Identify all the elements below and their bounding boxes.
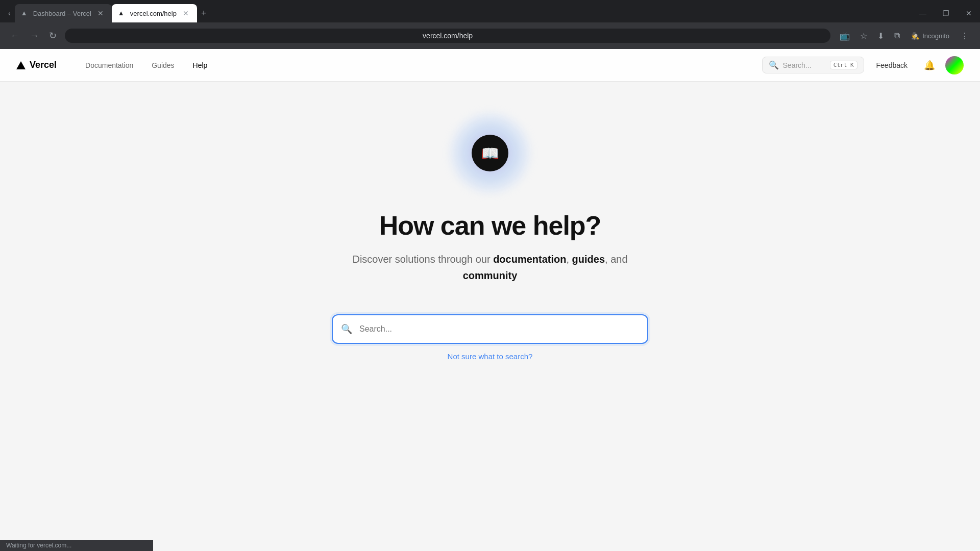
hero-section: 📖 How can we help? Discover solutions th…	[0, 82, 980, 381]
user-avatar[interactable]	[945, 56, 964, 74]
menu-button[interactable]: ⋮	[958, 29, 972, 43]
browser-actions: 📺 ☆ ⬇ ⧉ 🕵 Incognito ⋮	[837, 29, 972, 43]
main-search-container: 🔍	[332, 314, 648, 344]
nav-help[interactable]: Help	[185, 57, 216, 73]
incognito-icon: 🕵	[911, 32, 919, 40]
tab-dashboard-favicon: ▲	[21, 9, 29, 17]
tab-help[interactable]: ▲ vercel.com/help ✕	[112, 4, 197, 22]
tab-dashboard[interactable]: ▲ Dashboard – Vercel ✕	[15, 4, 112, 22]
logo[interactable]: Vercel	[16, 60, 57, 70]
window-maximize[interactable]: ❐	[935, 7, 958, 19]
new-tab-button[interactable]: +	[197, 6, 211, 21]
book-icon: 📖	[481, 145, 499, 162]
incognito-label: Incognito	[922, 32, 949, 40]
status-bar: Waiting for vercel.com...	[0, 540, 153, 551]
subtitle-guides: guides	[572, 254, 605, 265]
tab-dashboard-title: Dashboard – Vercel	[33, 10, 91, 17]
subtitle-prefix: Discover solutions through our	[352, 254, 493, 265]
nav-documentation[interactable]: Documentation	[77, 57, 141, 73]
nav-back[interactable]: ←	[8, 29, 21, 42]
page-content: Vercel Documentation Guides Help 🔍 Searc…	[0, 49, 980, 551]
tab-nav-prev[interactable]: ‹	[4, 7, 15, 19]
hero-icon-circle: 📖	[472, 135, 508, 171]
tab-search-icon[interactable]: ⧉	[891, 29, 903, 42]
bookmark-icon[interactable]: ☆	[857, 29, 870, 43]
header-search-icon: 🔍	[769, 60, 779, 70]
nav-forward[interactable]: →	[28, 29, 41, 42]
tab-bar: ‹ ▲ Dashboard – Vercel ✕ ▲ vercel.com/he…	[0, 0, 980, 22]
subtitle-community: community	[463, 270, 518, 281]
tab-help-title: vercel.com/help	[130, 10, 177, 17]
browser-chrome: ‹ ▲ Dashboard – Vercel ✕ ▲ vercel.com/he…	[0, 0, 980, 49]
subtitle-and: , and	[605, 254, 627, 265]
tab-help-favicon: ▲	[118, 9, 126, 17]
cast-icon[interactable]: 📺	[837, 29, 853, 43]
url-input[interactable]	[65, 29, 830, 43]
site-nav: Documentation Guides Help	[77, 57, 762, 73]
nav-guides[interactable]: Guides	[143, 57, 182, 73]
header-search-placeholder: Search...	[783, 61, 826, 69]
incognito-button[interactable]: 🕵 Incognito	[907, 30, 953, 42]
main-search-input[interactable]	[332, 314, 648, 344]
notification-bell[interactable]: 🔔	[920, 58, 939, 73]
header-search[interactable]: 🔍 Search... Ctrl K	[762, 57, 864, 73]
status-text: Waiting for vercel.com...	[6, 542, 71, 549]
hero-icon-wrap: 📖	[449, 112, 531, 194]
header-search-shortcut: Ctrl K	[830, 61, 857, 69]
hero-title: How can we help?	[379, 210, 601, 241]
window-minimize[interactable]: —	[911, 7, 935, 19]
header-right: 🔍 Search... Ctrl K Feedback 🔔	[762, 56, 964, 74]
site-header: Vercel Documentation Guides Help 🔍 Searc…	[0, 49, 980, 82]
main-search-icon: 🔍	[341, 323, 352, 335]
tab-dashboard-close[interactable]: ✕	[95, 9, 106, 18]
tab-help-close[interactable]: ✕	[181, 9, 191, 18]
nav-reload[interactable]: ↻	[47, 29, 59, 42]
logo-icon	[16, 61, 26, 69]
window-close[interactable]: ✕	[958, 7, 980, 19]
subtitle-comma: ,	[566, 254, 572, 265]
download-icon[interactable]: ⬇	[874, 29, 887, 43]
subtitle-documentation: documentation	[493, 254, 566, 265]
feedback-button[interactable]: Feedback	[870, 57, 914, 73]
not-sure-button[interactable]: Not sure what to search?	[448, 352, 533, 361]
address-bar: ← → ↻ 📺 ☆ ⬇ ⧉ 🕵 Incognito ⋮	[0, 22, 980, 49]
hero-subtitle: Discover solutions through our documenta…	[337, 251, 643, 284]
logo-text: Vercel	[30, 60, 57, 70]
